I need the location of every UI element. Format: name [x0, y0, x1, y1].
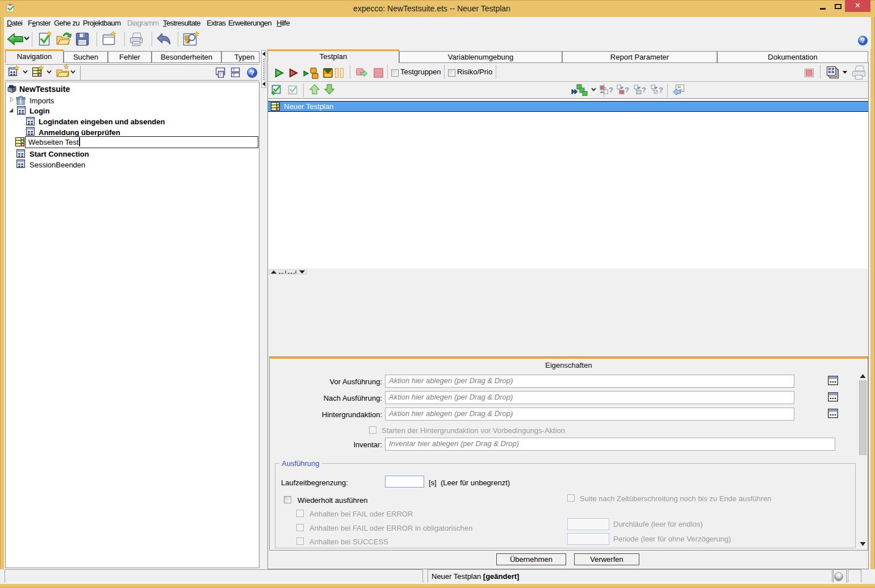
svg-text:?: ?: [659, 86, 663, 94]
svg-text:?: ?: [861, 37, 865, 45]
svg-text:?: ?: [609, 86, 613, 94]
svg-text:?: ?: [625, 86, 629, 94]
svg-text:?: ?: [642, 86, 646, 94]
svg-text:?: ?: [250, 69, 254, 77]
